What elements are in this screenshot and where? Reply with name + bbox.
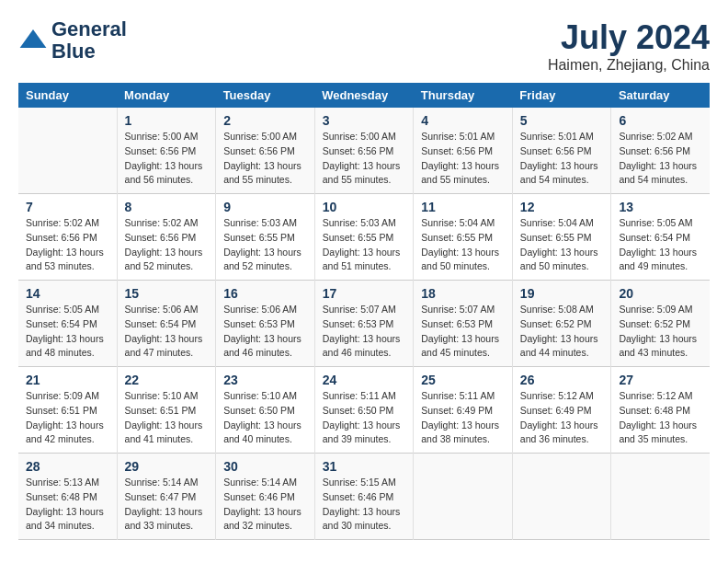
calendar-cell: 18Sunrise: 5:07 AMSunset: 6:53 PMDayligh… (414, 281, 513, 367)
header-day: Wednesday (314, 83, 414, 108)
title-block: July 2024 Haimen, Zhejiang, China (548, 18, 710, 74)
day-number: 22 (125, 373, 209, 387)
calendar-cell: 9Sunrise: 5:03 AMSunset: 6:55 PMDaylight… (216, 194, 315, 281)
calendar-cell: 2Sunrise: 5:00 AMSunset: 6:56 PMDaylight… (216, 108, 315, 194)
day-number: 6 (619, 113, 702, 128)
calendar-cell (512, 454, 611, 540)
day-info: Sunrise: 5:05 AMSunset: 6:54 PMDaylight:… (26, 303, 109, 361)
day-number: 5 (520, 113, 604, 128)
day-number: 18 (421, 286, 505, 301)
day-info: Sunrise: 5:00 AMSunset: 6:56 PMDaylight:… (323, 130, 406, 188)
calendar-cell: 27Sunrise: 5:12 AMSunset: 6:48 PMDayligh… (611, 367, 710, 454)
calendar-cell (18, 108, 117, 194)
calendar-body: 1Sunrise: 5:00 AMSunset: 6:56 PMDaylight… (18, 108, 710, 540)
day-info: Sunrise: 5:03 AMSunset: 6:55 PMDaylight:… (323, 216, 406, 274)
calendar-week-row: 14Sunrise: 5:05 AMSunset: 6:54 PMDayligh… (18, 281, 710, 367)
calendar-cell: 7Sunrise: 5:02 AMSunset: 6:56 PMDaylight… (18, 194, 117, 281)
day-info: Sunrise: 5:02 AMSunset: 6:56 PMDaylight:… (26, 216, 109, 274)
calendar-cell: 5Sunrise: 5:01 AMSunset: 6:56 PMDaylight… (512, 108, 611, 194)
day-number: 8 (125, 200, 209, 214)
calendar-cell (414, 454, 513, 540)
day-number: 7 (26, 200, 109, 214)
day-info: Sunrise: 5:02 AMSunset: 6:56 PMDaylight:… (125, 216, 209, 274)
calendar-cell: 31Sunrise: 5:15 AMSunset: 6:46 PMDayligh… (314, 454, 414, 540)
calendar-cell: 6Sunrise: 5:02 AMSunset: 6:56 PMDaylight… (611, 108, 710, 194)
header-day: Friday (512, 83, 611, 108)
calendar-cell: 17Sunrise: 5:07 AMSunset: 6:53 PMDayligh… (314, 281, 414, 367)
calendar-cell: 12Sunrise: 5:04 AMSunset: 6:55 PMDayligh… (512, 194, 611, 281)
calendar-cell: 28Sunrise: 5:13 AMSunset: 6:48 PMDayligh… (18, 454, 117, 540)
calendar-cell: 16Sunrise: 5:06 AMSunset: 6:53 PMDayligh… (216, 281, 315, 367)
header-day: Tuesday (216, 83, 315, 108)
day-number: 14 (26, 286, 109, 301)
day-number: 17 (323, 286, 406, 301)
calendar-week-row: 7Sunrise: 5:02 AMSunset: 6:56 PMDaylight… (18, 194, 710, 281)
day-number: 26 (520, 373, 604, 387)
logo-line2: Blue (51, 40, 127, 63)
calendar-cell: 24Sunrise: 5:11 AMSunset: 6:50 PMDayligh… (314, 367, 414, 454)
day-info: Sunrise: 5:05 AMSunset: 6:54 PMDaylight:… (619, 216, 702, 274)
calendar-cell: 3Sunrise: 5:00 AMSunset: 6:56 PMDaylight… (314, 108, 414, 194)
calendar-cell: 1Sunrise: 5:00 AMSunset: 6:56 PMDaylight… (117, 108, 216, 194)
logo-text: General Blue (51, 18, 127, 63)
day-info: Sunrise: 5:15 AMSunset: 6:46 PMDaylight:… (323, 476, 406, 534)
calendar-cell: 19Sunrise: 5:08 AMSunset: 6:52 PMDayligh… (512, 281, 611, 367)
calendar-cell: 13Sunrise: 5:05 AMSunset: 6:54 PMDayligh… (611, 194, 710, 281)
header-day: Saturday (611, 83, 710, 108)
calendar-cell: 8Sunrise: 5:02 AMSunset: 6:56 PMDaylight… (117, 194, 216, 281)
calendar-cell: 14Sunrise: 5:05 AMSunset: 6:54 PMDayligh… (18, 281, 117, 367)
day-number: 20 (619, 286, 702, 301)
day-number: 23 (223, 373, 307, 387)
day-number: 21 (26, 373, 109, 387)
main-title: July 2024 (548, 18, 710, 57)
calendar-cell: 15Sunrise: 5:06 AMSunset: 6:54 PMDayligh… (117, 281, 216, 367)
calendar-cell: 25Sunrise: 5:11 AMSunset: 6:49 PMDayligh… (414, 367, 513, 454)
calendar-cell (611, 454, 710, 540)
day-number: 29 (125, 459, 209, 474)
day-number: 19 (520, 286, 604, 301)
header-day: Monday (117, 83, 216, 108)
calendar-cell: 10Sunrise: 5:03 AMSunset: 6:55 PMDayligh… (314, 194, 414, 281)
svg-marker-0 (20, 29, 47, 48)
day-number: 27 (619, 373, 702, 387)
calendar-cell: 29Sunrise: 5:14 AMSunset: 6:47 PMDayligh… (117, 454, 216, 540)
calendar-week-row: 1Sunrise: 5:00 AMSunset: 6:56 PMDaylight… (18, 108, 710, 194)
day-info: Sunrise: 5:14 AMSunset: 6:47 PMDaylight:… (125, 476, 209, 534)
day-info: Sunrise: 5:12 AMSunset: 6:48 PMDaylight:… (619, 389, 702, 447)
day-number: 4 (421, 113, 505, 128)
day-number: 2 (223, 113, 307, 128)
day-info: Sunrise: 5:02 AMSunset: 6:56 PMDaylight:… (619, 130, 702, 188)
day-number: 15 (125, 286, 209, 301)
calendar-cell: 11Sunrise: 5:04 AMSunset: 6:55 PMDayligh… (414, 194, 513, 281)
day-number: 30 (223, 459, 307, 474)
day-number: 11 (421, 200, 505, 214)
day-info: Sunrise: 5:03 AMSunset: 6:55 PMDaylight:… (223, 216, 307, 274)
day-info: Sunrise: 5:11 AMSunset: 6:49 PMDaylight:… (421, 389, 505, 447)
day-info: Sunrise: 5:10 AMSunset: 6:51 PMDaylight:… (125, 389, 209, 447)
day-info: Sunrise: 5:04 AMSunset: 6:55 PMDaylight:… (520, 216, 604, 274)
header-day: Sunday (18, 83, 117, 108)
day-number: 31 (323, 459, 406, 474)
calendar-week-row: 28Sunrise: 5:13 AMSunset: 6:48 PMDayligh… (18, 454, 710, 540)
day-info: Sunrise: 5:00 AMSunset: 6:56 PMDaylight:… (223, 130, 307, 188)
day-info: Sunrise: 5:07 AMSunset: 6:53 PMDaylight:… (421, 303, 505, 361)
day-number: 12 (520, 200, 604, 214)
day-info: Sunrise: 5:11 AMSunset: 6:50 PMDaylight:… (323, 389, 406, 447)
calendar-week-row: 21Sunrise: 5:09 AMSunset: 6:51 PMDayligh… (18, 367, 710, 454)
day-info: Sunrise: 5:01 AMSunset: 6:56 PMDaylight:… (421, 130, 505, 188)
calendar-table: SundayMondayTuesdayWednesdayThursdayFrid… (18, 83, 710, 540)
day-info: Sunrise: 5:09 AMSunset: 6:52 PMDaylight:… (619, 303, 702, 361)
subtitle: Haimen, Zhejiang, China (548, 57, 710, 74)
day-number: 10 (323, 200, 406, 214)
day-info: Sunrise: 5:14 AMSunset: 6:46 PMDaylight:… (223, 476, 307, 534)
calendar-cell: 26Sunrise: 5:12 AMSunset: 6:49 PMDayligh… (512, 367, 611, 454)
calendar-header: SundayMondayTuesdayWednesdayThursdayFrid… (18, 83, 710, 108)
day-info: Sunrise: 5:09 AMSunset: 6:51 PMDaylight:… (26, 389, 109, 447)
day-number: 9 (223, 200, 307, 214)
day-info: Sunrise: 5:01 AMSunset: 6:56 PMDaylight:… (520, 130, 604, 188)
header-day: Thursday (414, 83, 513, 108)
day-number: 3 (323, 113, 406, 128)
logo: General Blue (18, 18, 127, 63)
day-info: Sunrise: 5:00 AMSunset: 6:56 PMDaylight:… (125, 130, 209, 188)
calendar-cell: 21Sunrise: 5:09 AMSunset: 6:51 PMDayligh… (18, 367, 117, 454)
